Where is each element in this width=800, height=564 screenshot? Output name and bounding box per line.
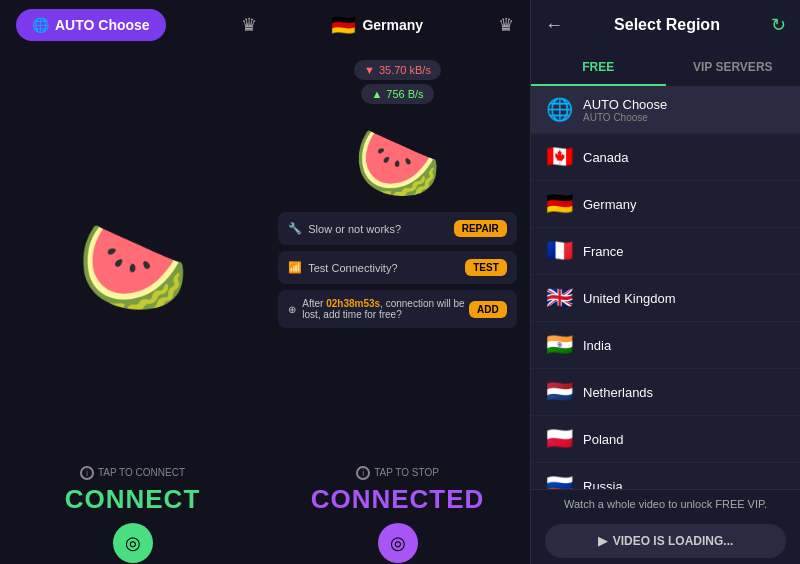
bottom-section: i TAP TO CONNECT CONNECT ◎ i TAP TO STOP… (0, 464, 530, 564)
add-time-card: ⊕ After 02h38m53s, connection will be lo… (278, 290, 517, 328)
region-item-russia[interactable]: 🇷🇺Russia (531, 463, 800, 489)
vip-text: Watch a whole video to unlock FREE VIP. (564, 498, 767, 510)
connect-section: i TAP TO CONNECT CONNECT ◎ (0, 464, 265, 564)
germany-section: ▼ 35.70 kB/s ▲ 756 B/s 🍉 🔧 Slow or not w… (265, 50, 530, 464)
add-icon: ⊕ (288, 304, 296, 315)
germany-flag: 🇩🇪 (331, 13, 356, 37)
auto-choose-button[interactable]: 🌐 AUTO Choose (16, 9, 166, 41)
info-icon-connect: i (80, 466, 94, 480)
crown-icon-right: ♛ (498, 14, 514, 36)
germany-label: Germany (362, 17, 423, 33)
region-list: 🌐AUTO ChooseAUTO Choose🇨🇦Canada🇩🇪Germany… (531, 87, 800, 489)
region-flag: 🇩🇪 (545, 191, 573, 217)
video-icon: ▶ (598, 534, 607, 548)
region-tabs: FREE VIP SERVERS (531, 50, 800, 87)
connected-icon: ◎ (390, 532, 406, 554)
up-arrow-icon: ▲ (371, 88, 382, 100)
region-name: Poland (583, 432, 623, 447)
action-cards: 🔧 Slow or not works? REPAIR 📶 Test Conne… (278, 212, 517, 328)
repair-icon: 🔧 (288, 222, 302, 235)
main-content: 🍉 ▼ 35.70 kB/s ▲ 756 B/s 🍉 🔧 (0, 50, 530, 464)
crown-icon-left: ♛ (241, 14, 257, 36)
video-loading-label: VIDEO IS LOADING... (613, 534, 734, 548)
region-flag: 🌐 (545, 97, 573, 123)
tab-vip-servers[interactable]: VIP SERVERS (666, 50, 801, 86)
region-sub: AUTO Choose (583, 112, 667, 123)
speed-info: ▼ 35.70 kB/s ▲ 756 B/s (354, 60, 441, 104)
region-name: Germany (583, 197, 636, 212)
region-flag: 🇳🇱 (545, 379, 573, 405)
region-item-netherlands[interactable]: 🇳🇱Netherlands (531, 369, 800, 416)
connected-section: i TAP TO STOP CONNECTED ◎ (265, 464, 530, 564)
test-text: Test Connectivity? (308, 262, 397, 274)
region-name: France (583, 244, 623, 259)
speed-download: ▼ 35.70 kB/s (354, 60, 441, 80)
globe-icon: 🌐 (32, 17, 49, 33)
region-name: Russia (583, 479, 623, 490)
tap-stop-label: i TAP TO STOP (356, 466, 439, 480)
watermelon-icon-right: 🍉 (354, 122, 441, 204)
region-item-canada[interactable]: 🇨🇦Canada (531, 134, 800, 181)
region-header: ← Select Region ↻ (531, 0, 800, 50)
add-button[interactable]: ADD (469, 301, 507, 318)
repair-text: Slow or not works? (308, 223, 401, 235)
back-button[interactable]: ← (545, 15, 563, 36)
right-panel: ← Select Region ↻ FREE VIP SERVERS 🌐AUTO… (530, 0, 800, 564)
down-arrow-icon: ▼ (364, 64, 375, 76)
region-name: United Kingdom (583, 291, 676, 306)
region-flag: 🇫🇷 (545, 238, 573, 264)
add-text: After 02h38m53s, connection will be lost… (302, 298, 469, 320)
region-item-poland[interactable]: 🇵🇱Poland (531, 416, 800, 463)
region-name: AUTO Choose (583, 97, 667, 112)
connect-icon: ◎ (125, 532, 141, 554)
region-flag: 🇨🇦 (545, 144, 573, 170)
germany-button[interactable]: 🇩🇪 Germany (331, 13, 423, 37)
top-bar: 🌐 AUTO Choose ♛ 🇩🇪 Germany ♛ (0, 0, 530, 50)
region-flag: 🇬🇧 (545, 285, 573, 311)
region-item-india[interactable]: 🇮🇳India (531, 322, 800, 369)
test-card: 📶 Test Connectivity? TEST (278, 251, 517, 284)
test-icon: 📶 (288, 261, 302, 274)
tap-connect-label: i TAP TO CONNECT (80, 466, 185, 480)
vip-banner: Watch a whole video to unlock FREE VIP. (531, 489, 800, 518)
info-icon-connected: i (356, 466, 370, 480)
test-button[interactable]: TEST (465, 259, 507, 276)
video-loading-button[interactable]: ▶ VIDEO IS LOADING... (545, 524, 786, 558)
region-item-united-kingdom[interactable]: 🇬🇧United Kingdom (531, 275, 800, 322)
region-title: Select Region (614, 16, 720, 34)
left-panel: 🌐 AUTO Choose ♛ 🇩🇪 Germany ♛ 🍉 ▼ 35.70 k… (0, 0, 530, 564)
region-flag: 🇵🇱 (545, 426, 573, 452)
region-item-france[interactable]: 🇫🇷France (531, 228, 800, 275)
tab-free[interactable]: FREE (531, 50, 666, 86)
region-name: India (583, 338, 611, 353)
connect-text: CONNECT (65, 484, 201, 515)
auto-choose-label: AUTO Choose (55, 17, 150, 33)
refresh-button[interactable]: ↻ (771, 14, 786, 36)
repair-button[interactable]: REPAIR (454, 220, 507, 237)
auto-choose-section: 🍉 (0, 50, 265, 464)
region-item-auto-choose[interactable]: 🌐AUTO ChooseAUTO Choose (531, 87, 800, 134)
repair-card: 🔧 Slow or not works? REPAIR (278, 212, 517, 245)
region-flag: 🇷🇺 (545, 473, 573, 489)
countdown-text: 02h38m53s (326, 298, 380, 309)
speed-upload: ▲ 756 B/s (361, 84, 433, 104)
region-name: Netherlands (583, 385, 653, 400)
region-name: Canada (583, 150, 629, 165)
region-flag: 🇮🇳 (545, 332, 573, 358)
connected-text: CONNECTED (311, 484, 485, 515)
region-item-germany[interactable]: 🇩🇪Germany (531, 181, 800, 228)
watermelon-icon-left: 🍉 (77, 215, 189, 320)
connect-circle-button[interactable]: ◎ (113, 523, 153, 563)
connected-circle-button[interactable]: ◎ (378, 523, 418, 563)
